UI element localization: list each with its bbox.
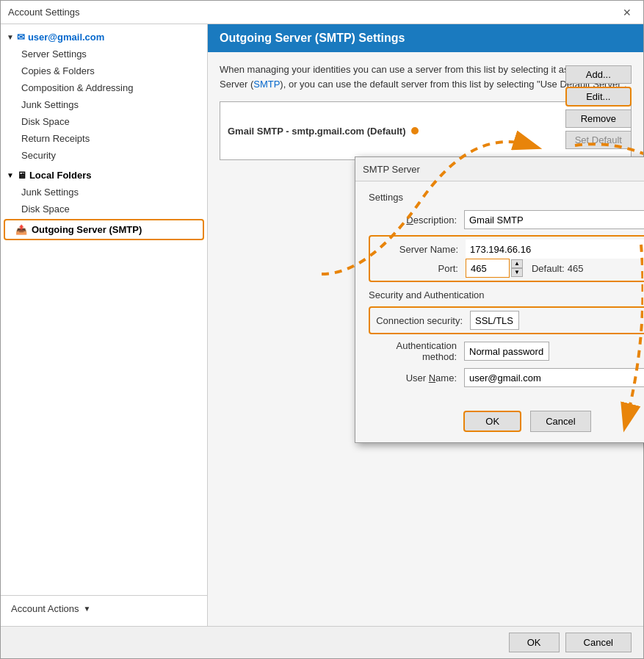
window-title: Account Settings: [8, 7, 80, 18]
server-entry: Gmail SMTP - smtp.gmail.com (Default): [228, 126, 405, 137]
default-value: 465: [568, 263, 584, 274]
description-input[interactable]: [464, 210, 644, 229]
title-bar: Account Settings ✕: [1, 1, 643, 24]
settings-section-label: Settings: [369, 192, 644, 203]
outgoing-server-icon: 📤: [15, 224, 27, 235]
port-spinner: ▲ ▼: [511, 259, 523, 277]
sidebar-item-return-receipts[interactable]: Return Receipts: [1, 130, 207, 147]
smtp-link: SMTP: [253, 79, 280, 90]
auth-method-row: Authentication method: Normal password ▼: [369, 340, 644, 362]
sidebar-item-copies-folders[interactable]: Copies & Folders: [1, 62, 207, 79]
remove-button[interactable]: Remove: [565, 109, 632, 128]
right-panel: Outgoing Server (SMTP) Settings When man…: [208, 24, 643, 626]
auth-method-label: Authentication method:: [369, 340, 464, 362]
local-folders-arrow: ▼: [7, 171, 14, 179]
connection-security-wrapper: SSL/TLS ▼: [470, 311, 644, 330]
sidebar-item-local-disk[interactable]: Disk Space: [1, 201, 207, 217]
auth-method-wrapper: Normal password ▼: [464, 342, 644, 361]
dialog-title-bar: SMTP Server ✕: [355, 157, 644, 181]
window-footer: OK Cancel: [1, 626, 643, 658]
outgoing-server-label: Outgoing Server (SMTP): [32, 224, 142, 235]
cancel-button[interactable]: Cancel: [565, 633, 632, 652]
dialog-body: Settings Description: Server Name:: [355, 181, 644, 403]
server-dot: [411, 127, 419, 134]
username-row: User Name:: [369, 368, 644, 387]
sidebar-outgoing-server[interactable]: 📤 Outgoing Server (SMTP): [4, 219, 204, 240]
server-name-label: Server Name:: [370, 244, 466, 255]
port-label: Port:: [370, 263, 466, 274]
sidebar-footer: Account Actions ▼: [1, 595, 207, 622]
port-controls: ▲ ▼ Default: 465: [466, 259, 583, 278]
server-name-input[interactable]: [466, 240, 644, 259]
sidebar: ▼ ✉ user@gmail.com Server Settings Copie…: [1, 24, 208, 626]
local-folders-label: Local Folders: [29, 170, 92, 181]
port-input[interactable]: [466, 259, 510, 278]
sidebar-item-disk-space[interactable]: Disk Space: [1, 113, 207, 130]
sidebar-account[interactable]: ▼ ✉ user@gmail.com: [1, 29, 207, 46]
auth-method-select[interactable]: Normal password: [464, 342, 549, 361]
connection-security-row: Connection security: SSL/TLS ▼: [369, 306, 644, 334]
main-content: ▼ ✉ user@gmail.com Server Settings Copie…: [1, 24, 643, 626]
ok-button[interactable]: OK: [509, 633, 560, 652]
close-button[interactable]: ✕: [618, 5, 636, 20]
dialog-ok-button[interactable]: OK: [463, 411, 521, 432]
account-label: user@gmail.com: [28, 32, 104, 43]
panel-header: Outgoing Server (SMTP) Settings: [208, 24, 643, 52]
port-down-button[interactable]: ▼: [511, 268, 523, 277]
add-button[interactable]: Add...: [565, 65, 632, 84]
local-folders-icon: 🖥: [17, 170, 26, 181]
server-name-row: Server Name:: [370, 240, 644, 259]
sidebar-item-security[interactable]: Security: [1, 147, 207, 164]
account-actions-arrow: ▼: [84, 605, 91, 613]
username-input[interactable]: [464, 368, 644, 387]
sidebar-item-composition[interactable]: Composition & Addressing: [1, 79, 207, 96]
sidebar-item-junk-settings[interactable]: Junk Settings: [1, 96, 207, 113]
sidebar-item-local-junk[interactable]: Junk Settings: [1, 184, 207, 201]
dialog-footer: OK Cancel: [355, 403, 644, 442]
security-section-label: Security and Authentication: [369, 289, 644, 300]
server-name-group: Server Name: Port: ▲ ▼: [369, 235, 644, 282]
email-icon: ✉: [17, 32, 25, 43]
sidebar-item-server-settings[interactable]: Server Settings: [1, 46, 207, 62]
smtp-dialog: SMTP Server ✕ Settings Description:: [355, 156, 644, 443]
account-actions-button[interactable]: Account Actions ▼: [7, 600, 201, 617]
description-row: Description:: [369, 210, 644, 229]
default-label: Default:: [532, 263, 565, 274]
dialog-title: SMTP Server: [363, 164, 420, 175]
username-label: User Name:: [369, 372, 464, 383]
account-actions-label: Account Actions: [11, 603, 79, 614]
sidebar-local-folders[interactable]: ▼ 🖥 Local Folders: [1, 167, 207, 184]
connection-security-label: Connection security:: [375, 315, 470, 326]
port-up-button[interactable]: ▲: [511, 259, 523, 268]
set-default-button[interactable]: Set Default: [565, 131, 632, 149]
main-window: Account Settings ✕ ▼ ✉ user@gmail.com Se…: [0, 0, 644, 659]
edit-button[interactable]: Edit...: [565, 87, 632, 107]
dialog-cancel-button[interactable]: Cancel: [530, 411, 590, 432]
port-row: Port: ▲ ▼ Default: 465: [370, 259, 644, 278]
connection-security-select[interactable]: SSL/TLS: [470, 311, 519, 330]
account-expand-arrow: ▼: [7, 33, 14, 41]
panel-buttons: Add... Edit... Remove Set Default: [565, 65, 632, 149]
description-label: Description:: [369, 215, 464, 226]
